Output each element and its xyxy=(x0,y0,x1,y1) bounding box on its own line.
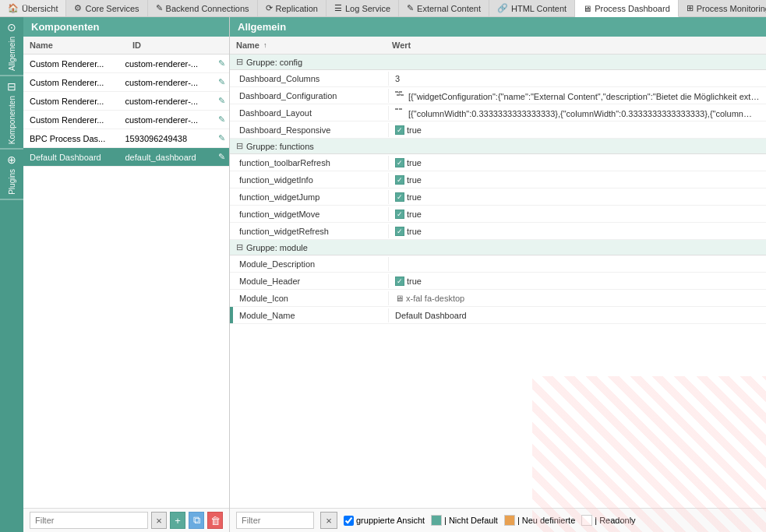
monitor-icon: 🖥 x-fal fa-desktop xyxy=(395,294,464,303)
collapse-icon[interactable]: ⊟ xyxy=(236,57,243,67)
check-icon: ✓ xyxy=(395,277,404,286)
neu-definierte-separator: | xyxy=(517,516,520,525)
check-icon: ✓ xyxy=(395,192,404,202)
svg-rect-0 xyxy=(395,91,398,93)
table-row-selected[interactable]: Default Dashboard default_dashboard ✎ xyxy=(23,148,229,167)
main-container: ⊙ Allgemein ⊟ Komponenten ⊕ Plugins Komp… xyxy=(0,17,766,532)
tab-external-content[interactable]: ✎ External Content xyxy=(399,0,489,16)
html-icon: 🔗 xyxy=(497,3,508,13)
left-filter-input[interactable] xyxy=(30,512,148,529)
plugins-nav-icon: ⊕ xyxy=(7,153,16,166)
checkbox-true: ✓ true xyxy=(395,158,422,167)
nicht-default-box xyxy=(431,515,442,526)
right-filter-clear-button[interactable]: × xyxy=(320,512,337,529)
komponenten-nav-icon: ⊟ xyxy=(7,80,16,93)
external-icon: ✎ xyxy=(407,3,414,13)
left-table-header: Name ID xyxy=(23,37,229,55)
table-row[interactable]: Custom Renderer... custom-renderer-... ✎ xyxy=(23,92,229,111)
check-icon: ✓ xyxy=(395,210,404,219)
data-row: Dashboard_Layout [{"columnWidth":0.33333… xyxy=(230,104,766,122)
sort-arrow-icon: ↑ xyxy=(263,41,267,49)
content-area: Komponenten Name ID Custom Renderer... c… xyxy=(23,17,766,532)
right-bottom-bar: × gruppierte Ansicht | Nicht Default | N… xyxy=(230,508,766,532)
allgemein-nav-icon: ⊙ xyxy=(7,21,16,33)
home-icon: 🏠 xyxy=(8,3,19,13)
readonly-box xyxy=(581,515,592,526)
monitoring-icon: ⊞ xyxy=(687,3,694,13)
svg-rect-2 xyxy=(397,94,400,96)
log-icon: ☰ xyxy=(334,3,342,13)
tab-replication[interactable]: ⟳ Replication xyxy=(258,0,327,16)
table-row[interactable]: Custom Renderer... custom-renderer-... ✎ xyxy=(23,55,229,73)
check-icon: ✓ xyxy=(395,158,404,167)
checkbox-true: ✓ true xyxy=(395,125,422,135)
nav-item-allgemein[interactable]: Allgemein xyxy=(8,37,16,71)
table-row[interactable]: Custom Renderer... custom-renderer-... ✎ xyxy=(23,111,229,129)
svg-rect-1 xyxy=(399,91,402,93)
desktop-icon: 🖥 xyxy=(395,294,404,303)
tab-process-dashboard[interactable]: 🖥 Process Dashboard xyxy=(575,0,679,17)
checkbox-true: ✓ true xyxy=(395,175,422,185)
left-bottom-bar: × + ⧉ 🗑 xyxy=(23,508,229,532)
data-row: Dashboard_Configuration [{"widgetConfigu… xyxy=(230,87,766,104)
data-row: Module_Description xyxy=(230,255,766,273)
legend-nicht-default: | Nicht Default xyxy=(431,515,498,526)
right-filter-input[interactable] xyxy=(236,512,314,529)
nicht-default-separator: | xyxy=(444,516,447,525)
tab-process-monitoring[interactable]: ⊞ Process Monitoring xyxy=(679,0,766,16)
checkbox-true: ✓ true xyxy=(395,210,422,219)
tab-core-services[interactable]: ⚙ Core Services xyxy=(66,0,147,16)
group-header-functions[interactable]: ⊟ Gruppe: functions xyxy=(230,139,766,154)
checkbox-true: ✓ true xyxy=(395,277,422,286)
left-add-button[interactable]: + xyxy=(170,512,185,529)
edit-icon: ✎ xyxy=(156,3,163,13)
tab-backend-connections[interactable]: ✎ Backend Connections xyxy=(148,0,258,16)
legend-neu-definierte: | Neu definierte xyxy=(504,515,575,526)
left-panel-header: Komponenten xyxy=(23,17,229,37)
table-row[interactable]: Custom Renderer... custom-renderer-... ✎ xyxy=(23,73,229,92)
nav-item-plugins[interactable]: Plugins xyxy=(8,169,16,195)
left-copy-button[interactable]: ⧉ xyxy=(189,512,204,529)
grouped-checkbox[interactable] xyxy=(344,516,354,526)
svg-rect-6 xyxy=(399,108,402,110)
legend-readonly: | Readonly xyxy=(581,515,635,526)
left-col-name: Name xyxy=(23,39,126,51)
data-row: function_widgetRefresh ✓ true xyxy=(230,223,766,240)
left-filter-clear-button[interactable]: × xyxy=(151,512,167,529)
right-table-body: ⊟ Gruppe: config Dashboard_Columns 3 Das… xyxy=(230,55,766,508)
tab-html-content[interactable]: 🔗 HTML Content xyxy=(489,0,575,16)
right-col-name: Name ↑ xyxy=(230,39,386,51)
config-tree-icon xyxy=(395,90,406,100)
svg-rect-3 xyxy=(401,94,404,96)
data-row: Module_Name Default Dashboard xyxy=(230,307,766,324)
right-panel: Allgemein Name ↑ Wert ⊟ Gruppe: config D… xyxy=(230,17,766,532)
collapse-icon[interactable]: ⊟ xyxy=(236,141,243,151)
data-row: Module_Icon 🖥 x-fal fa-desktop xyxy=(230,290,766,307)
group-header-config[interactable]: ⊟ Gruppe: config xyxy=(230,55,766,70)
check-icon: ✓ xyxy=(395,175,404,185)
legend-grouped: gruppierte Ansicht xyxy=(344,516,425,526)
data-row: function_widgetMove ✓ true xyxy=(230,206,766,223)
data-row: function_widgetJump ✓ true xyxy=(230,188,766,206)
collapse-icon[interactable]: ⊟ xyxy=(236,242,243,252)
config-tree-icon-2 xyxy=(395,107,406,117)
data-row: Dashboard_Columns 3 xyxy=(230,70,766,87)
data-row: Dashboard_Responsive ✓ true xyxy=(230,122,766,139)
tab-ubersicht[interactable]: 🏠 Übersicht xyxy=(0,0,66,16)
data-row: Module_Header ✓ true xyxy=(230,273,766,290)
dashboard-icon: 🖥 xyxy=(583,4,591,13)
vertical-nav: ⊙ Allgemein ⊟ Komponenten ⊕ Plugins xyxy=(0,17,23,532)
gear-icon: ⚙ xyxy=(74,3,82,13)
check-icon: ✓ xyxy=(395,125,404,135)
check-icon: ✓ xyxy=(395,227,404,236)
table-row[interactable]: BPC Process Das... 1593096249438 ✎ xyxy=(23,129,229,148)
right-table-header: Name ↑ Wert xyxy=(230,37,766,55)
neu-definierte-box xyxy=(504,515,515,526)
replication-icon: ⟳ xyxy=(266,3,273,13)
readonly-separator: | xyxy=(595,516,597,525)
tab-log-service[interactable]: ☰ Log Service xyxy=(327,0,399,16)
group-header-module[interactable]: ⊟ Gruppe: module xyxy=(230,240,766,255)
left-col-id: ID xyxy=(126,39,229,51)
left-delete-button[interactable]: 🗑 xyxy=(207,512,223,529)
nav-item-komponenten[interactable]: Komponenten xyxy=(8,96,16,144)
